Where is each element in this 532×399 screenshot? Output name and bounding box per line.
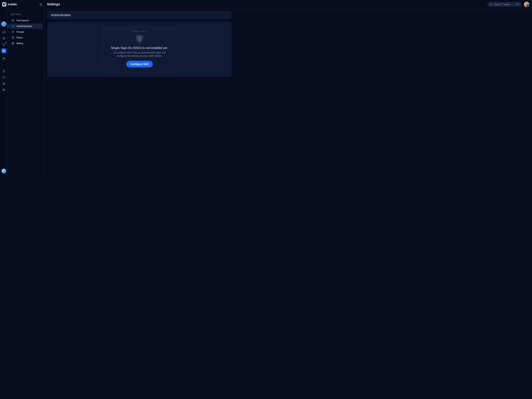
sidebar-item-authentication[interactable]: Authentication [9,24,43,29]
sidebar-item-label: Authentication [16,25,32,27]
sidebar-collapse-icon[interactable] [39,3,43,6]
fingerprint-icon [12,25,14,27]
svg-rect-0 [40,4,42,6]
rail-apps-icon[interactable] [1,88,6,92]
configure-sso-button[interactable]: Configure SSO [126,61,153,67]
shield-key-icon [134,34,145,44]
document-icon [12,36,14,39]
svg-point-6 [4,51,4,51]
rail-docs-icon[interactable] [1,69,6,74]
sidebar-item-plans[interactable]: Plans [9,35,43,40]
icon-rail [0,0,8,176]
brand-name: treblle [8,3,17,6]
content-title: Authentication [51,13,228,17]
rail-help-avatar[interactable] [1,169,6,173]
rail-bell-icon[interactable] [1,42,6,47]
rail-chat-icon[interactable] [1,75,6,80]
svg-point-13 [4,84,4,84]
page-title: Settings [47,2,60,6]
svg-rect-16 [4,89,5,90]
sidebar-item-people[interactable]: People [9,29,43,35]
svg-point-22 [13,31,14,32]
sso-empty-state: *** *** Single Sign-On (SSO) is not enab… [103,26,176,72]
sidebar-item-billing[interactable]: Billing [9,41,43,46]
svg-rect-15 [3,89,4,90]
notification-dot [5,42,6,43]
sidebar-item-label: Workspace [16,19,29,22]
sidebar-section-title: SETTINGS [8,9,44,17]
svg-rect-17 [3,90,4,91]
svg-point-4 [3,37,5,39]
workspace-avatar[interactable] [1,21,6,27]
topbar: Settings Search Treblle... ⌘K [44,0,234,9]
content-header: Authentication [47,11,232,19]
sidebar-item-label: Billing [16,42,23,45]
sidebar-item-workspace[interactable]: Workspace [9,18,43,23]
cube-icon [12,19,14,22]
sidebar-item-label: People [16,31,24,33]
billing-icon [12,42,14,45]
rail-add-icon[interactable] [1,56,6,61]
main-content: Authentication *** *** Single Sign-On (S… [44,0,234,176]
sso-card: *** *** Single Sign-On (SSO) is not enab… [47,22,232,77]
rail-home-icon[interactable] [1,30,6,34]
svg-marker-5 [4,38,4,39]
sso-title: Single Sign-On (SSO) is not enabled yet. [111,46,168,50]
people-icon [12,31,14,33]
settings-sidebar: SETTINGS Workspace Authentication People… [8,0,44,176]
svg-point-12 [3,84,3,84]
sso-description: To configure SSO add an authentication t… [112,51,167,57]
rail-settings-icon[interactable] [1,48,6,53]
sidebar-item-label: Plans [16,36,23,39]
svg-point-21 [12,31,13,32]
rail-inbox-icon[interactable] [1,81,6,86]
rail-compass-icon[interactable] [1,36,6,41]
svg-rect-10 [3,70,5,72]
